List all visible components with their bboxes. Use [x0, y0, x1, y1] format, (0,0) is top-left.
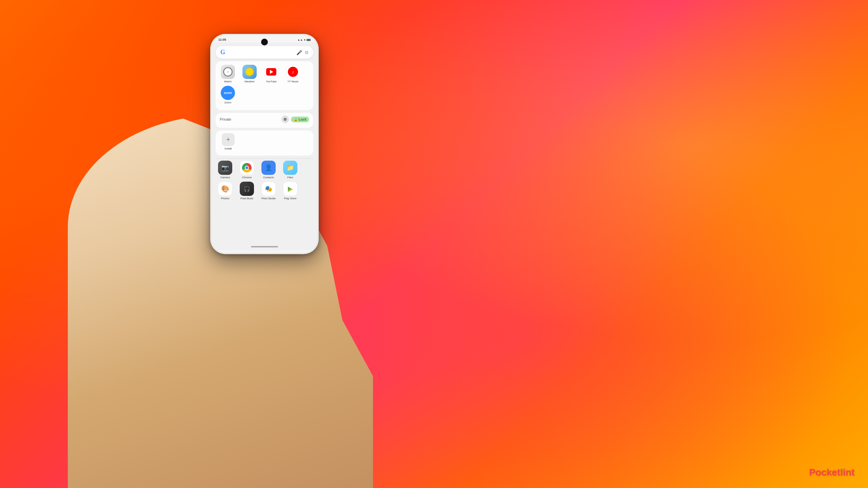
app-item-contacts[interactable]: 👤 Contacts — [259, 161, 278, 179]
app-item-pixelstudio[interactable]: 🎭 Pixel Studio — [259, 182, 278, 200]
contacts-icon: 👤 — [261, 161, 276, 175]
navigation-bar — [251, 246, 278, 247]
phone-wrapper: 11:05 ▲▲ ● ▮▮▮ G 🎤 ⊙ — [210, 34, 319, 254]
app-item-youtube[interactable]: YouTube — [262, 65, 281, 83]
watch-icon: ⏱ — [221, 65, 235, 79]
chrome-center-icon — [245, 166, 249, 170]
youtube-label: YouTube — [266, 80, 276, 83]
chrome-icon — [240, 161, 254, 175]
ytmusic-label: YT Music — [287, 80, 298, 83]
yt-play-triangle — [270, 70, 273, 74]
app-item-zoom[interactable]: zoom Zoom — [218, 86, 237, 104]
wifi-icon: ● — [304, 38, 305, 41]
watch-label: Watch — [224, 80, 232, 83]
pixelbuds-label: Pixel Buds — [240, 197, 253, 200]
photos-icon: 🎨 — [218, 182, 232, 196]
plus-icon: + — [226, 136, 230, 143]
yt-badge — [266, 68, 276, 76]
playstore-label: Play Store — [284, 197, 297, 200]
add-icon: + — [222, 133, 235, 146]
dock-row-2: 🎨 Photos 🎧 Pixel Buds — [216, 182, 313, 200]
sun-icon — [246, 68, 253, 76]
zoom-icon: zoom — [221, 86, 235, 100]
photos-pinwheel-icon: 🎨 — [221, 185, 230, 193]
photos-label: Photos — [221, 197, 230, 200]
battery-icon: ▮▮▮ — [307, 38, 311, 41]
microphone-icon[interactable]: 🎤 — [296, 50, 302, 55]
gear-icon: ⚙ — [283, 117, 287, 122]
studio-icon: 🎭 — [265, 185, 272, 192]
private-label: Private — [220, 117, 231, 121]
app-row-1: ⏱ Watch Weather — [218, 65, 311, 83]
app-item-weather[interactable]: Weather — [240, 65, 259, 83]
install-section: + Install — [216, 130, 313, 156]
contacts-label: Contacts — [263, 176, 274, 179]
play-triangle-icon: ▶ — [288, 185, 293, 193]
app-item-photos[interactable]: 🎨 Photos — [216, 182, 235, 200]
phone-screen-container: 11:05 ▲▲ ● ▮▮▮ G 🎤 ⊙ — [212, 35, 317, 253]
ytmusic-icon: ♪ — [286, 65, 300, 79]
watch-circle-icon: ⏱ — [223, 67, 233, 77]
person-icon: 👤 — [265, 164, 272, 171]
signal-icon: ▲▲ — [297, 38, 303, 41]
watermark-ocketlint: ocketlint — [815, 467, 854, 477]
app-item-ytmusic[interactable]: ♪ YT Music — [283, 65, 302, 83]
dock-section: 📷 Camera Chrome — [216, 161, 313, 203]
camera-lens-icon: 📷 — [221, 164, 229, 171]
folder-icon: 📁 — [287, 164, 294, 171]
settings-button[interactable]: ⚙ — [281, 116, 289, 123]
chrome-label: Chrome — [242, 176, 252, 179]
front-camera — [261, 39, 268, 45]
zoom-text: zoom — [224, 91, 232, 95]
files-label: Files — [288, 176, 293, 179]
search-action-icons: 🎤 ⊙ — [296, 50, 309, 55]
home-screen: G 🎤 ⊙ ⏱ — [212, 43, 317, 250]
status-icons: ▲▲ ● ▮▮▮ — [297, 38, 311, 41]
weather-label: Weather — [244, 80, 255, 83]
google-logo: G — [220, 49, 225, 56]
app-item-pixelbuds[interactable]: 🎧 Pixel Buds — [237, 182, 256, 200]
files-icon: 📁 — [283, 161, 297, 175]
dock-divider — [216, 158, 313, 159]
watermark-p: P — [809, 467, 815, 477]
lock-label: Lock — [299, 118, 307, 121]
earbuds-icon: 🎧 — [243, 186, 250, 192]
camera-icon: 📷 — [218, 161, 232, 175]
playstore-icon: ▶ — [283, 182, 297, 196]
weather-icon — [242, 65, 257, 79]
pixelstudio-label: Pixel Studio — [261, 197, 276, 200]
install-row: + Install — [220, 133, 309, 150]
app-item-files[interactable]: 📁 Files — [281, 161, 300, 179]
private-controls: ⚙ 🔒 Lock — [281, 116, 309, 123]
dock-row-1: 📷 Camera Chrome — [216, 161, 313, 179]
pocketlint-watermark: Pocketlint — [809, 467, 854, 478]
youtube-icon — [264, 65, 278, 79]
pixelbuds-icon: 🎧 — [240, 182, 254, 196]
app-row-2: zoom Zoom — [218, 86, 311, 104]
zoom-label: Zoom — [224, 101, 231, 104]
google-search-bar[interactable]: G 🎤 ⊙ — [216, 46, 313, 59]
private-section: Private ⚙ 🔒 Lock — [216, 113, 313, 128]
music-note-icon: ♪ — [292, 69, 294, 75]
pixelstudio-icon: 🎭 — [261, 182, 276, 196]
lock-button[interactable]: 🔒 Lock — [291, 117, 309, 122]
phone-device: 11:05 ▲▲ ● ▮▮▮ G 🎤 ⊙ — [210, 34, 319, 254]
private-header: Private ⚙ 🔒 Lock — [220, 116, 309, 123]
app-item-chrome[interactable]: Chrome — [237, 161, 256, 179]
app-item-watch[interactable]: ⏱ Watch — [218, 65, 237, 83]
chrome-ring-icon — [242, 163, 252, 172]
app-item-playstore[interactable]: ▶ Play Store — [281, 182, 300, 200]
ytm-badge: ♪ — [288, 67, 298, 77]
app-item-camera[interactable]: 📷 Camera — [216, 161, 235, 179]
lens-icon[interactable]: ⊙ — [305, 50, 309, 55]
app-folder: ⏱ Watch Weather — [216, 61, 313, 110]
status-time: 11:05 — [218, 38, 226, 41]
install-item[interactable]: + Install — [220, 133, 237, 150]
camera-label: Camera — [220, 176, 230, 179]
install-label: Install — [225, 147, 232, 150]
lock-icon: 🔒 — [294, 118, 298, 121]
